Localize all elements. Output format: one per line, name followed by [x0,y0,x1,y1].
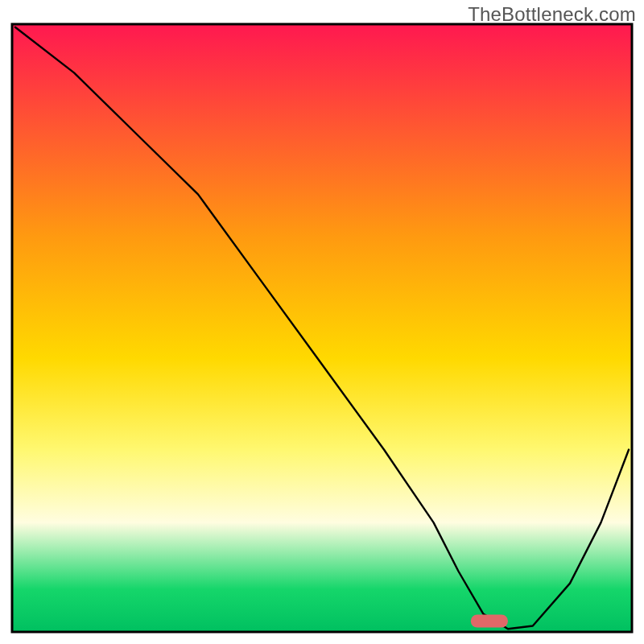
chart-background-gradient [12,24,632,632]
chart-svg [0,0,644,644]
watermark-text: TheBottleneck.com [468,3,636,26]
chart-marker [471,615,508,628]
chart-container: TheBottleneck.com [0,0,644,644]
